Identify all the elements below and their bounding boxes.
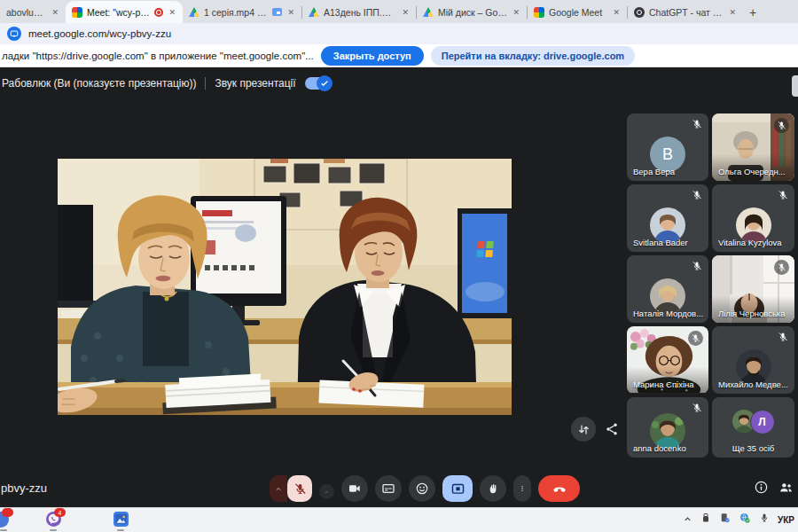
swap-tile-button[interactable] bbox=[571, 417, 596, 442]
tab-close-icon[interactable]: ✕ bbox=[728, 8, 737, 17]
kebab-menu-icon bbox=[519, 481, 526, 496]
notification-badge bbox=[2, 508, 13, 517]
tab-meet-active[interactable]: Meet: "wcy-pbvy-zzu" ✕ bbox=[66, 1, 183, 23]
bottom-right-icons bbox=[754, 480, 794, 498]
stop-presenting-button[interactable] bbox=[442, 475, 473, 502]
tab-close-icon[interactable]: ✕ bbox=[286, 8, 295, 17]
tab-close-icon[interactable]: ✕ bbox=[612, 8, 621, 17]
end-call-button[interactable] bbox=[538, 475, 580, 502]
meet-favicon-icon bbox=[72, 7, 82, 18]
presentation-header: Рабовлюк (Ви (показуєте презентацію)) Зв… bbox=[2, 77, 332, 90]
presentation-video bbox=[58, 159, 512, 415]
present-screen-icon bbox=[450, 481, 466, 497]
participant-name: anna docenko bbox=[633, 443, 686, 453]
participant-tile[interactable]: В Вера Вера bbox=[627, 113, 708, 181]
recording-indicator-icon bbox=[154, 8, 163, 17]
viber-icon[interactable]: 4 bbox=[46, 512, 61, 527]
tab-chatgpt[interactable]: ChatGPT - чат GPT ✕ bbox=[628, 1, 743, 23]
participant-tile[interactable]: Ольга Очередн... bbox=[712, 113, 794, 181]
classroom-scene bbox=[58, 159, 512, 415]
participant-name: Ольга Очередн... bbox=[718, 167, 786, 176]
raise-hand-button[interactable] bbox=[480, 475, 506, 502]
language-indicator[interactable]: УКР bbox=[778, 515, 794, 525]
captions-button[interactable] bbox=[375, 475, 402, 502]
presentation-sound-label: Звук презентації bbox=[215, 77, 295, 90]
mic-muted-button[interactable] bbox=[287, 475, 312, 502]
more-participants-tile[interactable]: Л Ще 35 осіб bbox=[712, 397, 794, 458]
camera-icon bbox=[348, 481, 362, 496]
tab-drive-video2[interactable]: А13день ІПП.mp4 - Google Д.. ✕ bbox=[302, 1, 416, 23]
taskbar-app-icon[interactable] bbox=[0, 512, 9, 528]
reactions-button[interactable] bbox=[409, 475, 435, 502]
browser-tab-strip: abovluk@gmail.com ✕ Meet: "wcy-pbvy-zzu"… bbox=[0, 0, 798, 23]
drive-favicon-icon bbox=[309, 7, 319, 17]
participant-tile[interactable]: Svitlana Bader bbox=[627, 184, 708, 252]
tab-drive-video1[interactable]: 1 серія.mp4 - Google Диск ✕ bbox=[183, 1, 301, 23]
tray-expand-chevron[interactable] bbox=[683, 512, 692, 528]
tab-close-icon[interactable]: ✕ bbox=[401, 8, 410, 17]
meeting-details-button[interactable] bbox=[754, 480, 769, 498]
info-icon bbox=[754, 480, 769, 495]
participant-name: Вера Вера bbox=[633, 167, 675, 176]
participant-tile[interactable]: Наталія Мордов... bbox=[627, 255, 708, 323]
participant-name: Наталія Мордов... bbox=[633, 309, 703, 318]
notification-bar: ладки "https://drive.google.com" в прило… bbox=[0, 44, 798, 67]
participant-tile[interactable]: Vitalina Kyzylova bbox=[712, 184, 794, 252]
mic-tray-icon[interactable] bbox=[759, 512, 770, 528]
mic-off-icon bbox=[691, 402, 703, 414]
captions-icon bbox=[381, 481, 395, 496]
tab-gmail[interactable]: abovluk@gmail.com ✕ bbox=[0, 1, 66, 23]
device-sync-icon[interactable] bbox=[719, 512, 731, 528]
tab-close-icon[interactable]: ✕ bbox=[51, 8, 59, 17]
meeting-code: pbvy-zzu bbox=[1, 481, 47, 495]
browser-url-bar[interactable]: meet.google.com/wcy-pbvy-zzu bbox=[0, 23, 798, 44]
mic-off-icon bbox=[777, 189, 789, 201]
participant-tile[interactable]: Марина Єпіхіна bbox=[627, 326, 708, 394]
call-controls bbox=[270, 475, 580, 502]
participant-name: Михайло Медве... bbox=[718, 379, 788, 389]
drive-sync-icon[interactable] bbox=[739, 512, 751, 528]
usb-device-icon[interactable] bbox=[700, 512, 711, 528]
url-text[interactable]: meet.google.com/wcy-pbvy-zzu bbox=[28, 28, 171, 39]
tab-mydrive[interactable]: Мій диск – Google Диск ✕ bbox=[417, 1, 527, 23]
more-options-button[interactable] bbox=[513, 475, 531, 502]
presenter-label: Рабовлюк (Ви (показуєте презентацію)) bbox=[2, 77, 196, 90]
tab-google-meet[interactable]: Google Meet ✕ bbox=[528, 1, 627, 23]
new-tab-button[interactable]: + bbox=[743, 3, 763, 22]
media-playing-icon bbox=[272, 8, 282, 16]
mic-off-icon bbox=[774, 118, 789, 133]
mic-off-icon bbox=[691, 260, 703, 272]
system-tray: УКР bbox=[683, 512, 794, 528]
share-button[interactable] bbox=[599, 417, 624, 442]
screen: abovluk@gmail.com ✕ Meet: "wcy-pbvy-zzu"… bbox=[0, 0, 798, 532]
participant-tile[interactable]: anna docenko bbox=[627, 397, 708, 458]
goto-tab-button[interactable]: Перейти на вкладку: drive.google.com bbox=[431, 46, 635, 66]
viber-badge: 4 bbox=[54, 508, 66, 517]
drive-favicon-icon bbox=[423, 7, 434, 17]
chevron-up-icon bbox=[325, 488, 329, 497]
chatgpt-favicon-icon bbox=[634, 7, 645, 18]
presentation-sound-toggle[interactable] bbox=[305, 77, 332, 90]
photos-app-icon[interactable] bbox=[113, 512, 129, 527]
scrollbar-thumb[interactable] bbox=[792, 75, 798, 97]
camera-button[interactable] bbox=[341, 475, 368, 502]
mic-off-icon bbox=[691, 118, 703, 130]
smiley-icon bbox=[415, 481, 429, 496]
participant-name: Марина Єпіхіна bbox=[633, 379, 694, 389]
participant-tile[interactable]: Михайло Медве... bbox=[712, 326, 794, 394]
people-icon bbox=[778, 480, 794, 495]
mic-off-icon bbox=[691, 189, 703, 201]
close-access-button[interactable]: Закрыть доступ bbox=[321, 46, 424, 66]
participants-button[interactable] bbox=[778, 480, 794, 498]
notification-message: ладки "https://drive.google.com" в прило… bbox=[2, 51, 314, 61]
avatar-initial: Л bbox=[750, 410, 775, 434]
camera-options-button[interactable] bbox=[319, 484, 334, 499]
tab-close-icon[interactable]: ✕ bbox=[168, 8, 176, 17]
divider bbox=[205, 77, 206, 90]
meet-bottom-bar: pbvy-zzu bbox=[0, 470, 798, 507]
tab-close-icon[interactable]: ✕ bbox=[512, 8, 520, 17]
participant-name: Лілія Черновська bbox=[718, 309, 786, 318]
share-icon bbox=[605, 422, 619, 436]
participant-tile[interactable]: Лілія Черновська bbox=[712, 255, 794, 323]
mic-options-button[interactable] bbox=[270, 475, 287, 502]
